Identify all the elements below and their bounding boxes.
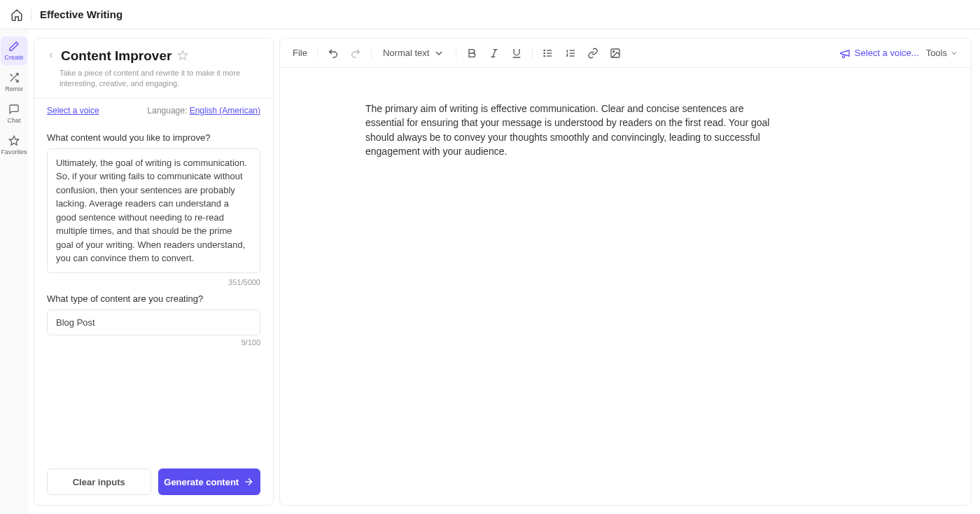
file-menu[interactable]: File	[288, 45, 312, 61]
page-title: Effective Writing	[40, 8, 122, 20]
link-button[interactable]	[583, 45, 603, 62]
star-icon	[8, 135, 20, 146]
number-list-icon	[565, 48, 576, 59]
header-separator	[31, 8, 31, 22]
italic-icon	[489, 48, 500, 59]
svg-point-11	[544, 55, 545, 56]
undo-button[interactable]	[323, 45, 343, 62]
language-setting: Language: English (American)	[148, 106, 260, 116]
panel-footer: Clear inputs Generate content	[34, 459, 273, 505]
generate-label: Generate content	[164, 477, 239, 487]
shuffle-icon	[8, 72, 20, 83]
rail-item-create[interactable]: Create	[1, 36, 27, 65]
type-char-count: 9/100	[47, 338, 260, 347]
rail-item-favorites[interactable]: Favorites	[1, 131, 27, 160]
home-icon	[10, 8, 23, 21]
svg-point-10	[544, 53, 545, 53]
pencil-icon	[8, 41, 20, 52]
editor-toolbar: File Normal text Select a voice...	[280, 39, 971, 68]
toolbar-separator	[317, 47, 318, 60]
language-link[interactable]: English (American)	[190, 106, 260, 116]
arrow-right-icon	[243, 476, 254, 487]
rail-label: Chat	[7, 117, 20, 124]
app-body: Create Remix Chat Favorites Content Impr…	[0, 29, 980, 514]
link-icon	[587, 48, 598, 59]
document-content: The primary aim of writing is effective …	[365, 102, 771, 158]
chevron-down-icon	[950, 49, 958, 57]
home-button[interactable]	[8, 6, 25, 23]
svg-point-9	[544, 50, 545, 50]
panel-body: What content would you like to improve? …	[34, 123, 273, 459]
underline-icon	[511, 48, 522, 59]
panel-subheader: Select a voice Language: English (Americ…	[34, 99, 273, 123]
panel-title: Content Improver	[61, 48, 172, 64]
generate-button[interactable]: Generate content	[158, 468, 261, 495]
svg-point-16	[613, 50, 615, 52]
rail-label: Favorites	[1, 148, 27, 155]
favorite-toggle[interactable]	[177, 50, 188, 63]
undo-icon	[328, 48, 339, 59]
rail-item-chat[interactable]: Chat	[1, 99, 27, 128]
field-label-content: What content would you like to improve?	[47, 132, 260, 143]
editor: File Normal text Select a voice...	[279, 38, 972, 506]
voice-label: Select a voice...	[855, 48, 919, 58]
bold-button[interactable]	[462, 45, 482, 62]
image-icon	[610, 48, 621, 59]
panel-description: Take a piece of content and rewrite it t…	[59, 68, 260, 90]
clear-label: Clear inputs	[73, 477, 125, 487]
field-label-type: What type of content are you creating?	[47, 293, 260, 304]
bullet-list-button[interactable]	[538, 45, 558, 62]
toolbar-separator	[371, 47, 372, 60]
rail-item-remix[interactable]: Remix	[1, 68, 27, 97]
bullet-list-icon	[542, 48, 554, 59]
document-area[interactable]: The primary aim of writing is effective …	[280, 68, 971, 505]
content-textarea[interactable]	[47, 148, 260, 273]
language-label: Language:	[148, 106, 188, 116]
chevron-down-icon	[433, 48, 444, 59]
select-voice-link[interactable]: Select a voice	[47, 106, 99, 116]
text-style-dropdown[interactable]: Normal text	[377, 45, 450, 62]
side-rail: Create Remix Chat Favorites	[0, 29, 28, 514]
voice-selector[interactable]: Select a voice...	[839, 48, 919, 59]
toolbar-separator	[456, 47, 456, 60]
svg-marker-0	[9, 136, 18, 145]
star-outline-icon	[177, 50, 188, 61]
image-button[interactable]	[606, 45, 625, 62]
tools-label: Tools	[926, 48, 947, 58]
underline-button[interactable]	[507, 45, 526, 62]
template-panel: Content Improver Take a piece of content…	[34, 38, 274, 506]
bold-icon	[466, 48, 477, 59]
italic-button[interactable]	[484, 45, 504, 62]
rail-label: Create	[4, 54, 23, 61]
megaphone-icon	[839, 48, 850, 59]
redo-icon	[350, 48, 361, 59]
tools-menu[interactable]: Tools	[922, 45, 962, 61]
panel-header: Content Improver Take a piece of content…	[34, 39, 273, 99]
svg-line-5	[493, 49, 496, 57]
rail-label: Remix	[5, 85, 23, 92]
type-input[interactable]	[47, 310, 260, 335]
back-button[interactable]	[47, 51, 55, 62]
app-header: Effective Writing	[0, 0, 980, 29]
redo-button[interactable]	[346, 45, 365, 62]
chat-icon	[8, 104, 20, 115]
text-style-label: Normal text	[383, 48, 429, 58]
number-list-button[interactable]	[561, 45, 580, 62]
svg-marker-1	[178, 50, 188, 60]
toolbar-separator	[532, 47, 533, 60]
content-char-count: 351/5000	[47, 278, 260, 286]
clear-button[interactable]: Clear inputs	[47, 468, 151, 495]
chevron-left-icon	[47, 51, 55, 60]
